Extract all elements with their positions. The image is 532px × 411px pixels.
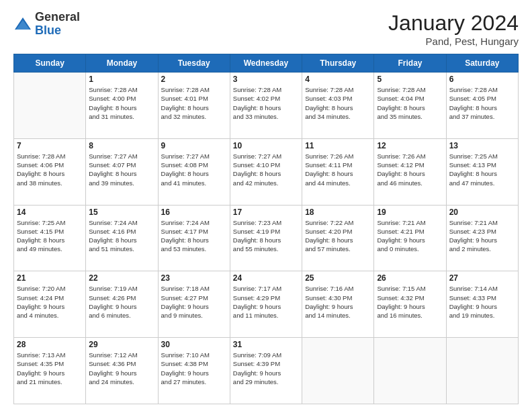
day-info: Sunrise: 7:28 AMSunset: 4:02 PMDaylight:… [233,85,299,121]
calendar-week-4: 21Sunrise: 7:20 AMSunset: 4:24 PMDayligh… [14,271,519,338]
day-number: 20 [449,208,515,217]
day-info: Sunrise: 7:27 AMSunset: 4:07 PMDaylight:… [89,152,154,187]
day-number: 14 [17,208,83,217]
day-info: Sunrise: 7:28 AMSunset: 4:00 PMDaylight:… [89,85,154,121]
logo-blue-text: Blue [35,24,80,38]
calendar-cell: 30Sunrise: 7:10 AMSunset: 4:38 PMDayligh… [158,338,230,404]
calendar-cell: 4Sunrise: 7:28 AMSunset: 4:03 PMDaylight… [302,73,374,139]
day-number: 23 [161,273,227,283]
day-number: 17 [233,208,299,217]
day-number: 10 [233,141,299,150]
calendar-table: SundayMondayTuesdayWednesdayThursdayFrid… [13,54,519,404]
day-number: 12 [377,141,443,150]
calendar-cell: 22Sunrise: 7:19 AMSunset: 4:26 PMDayligh… [86,271,158,338]
calendar-week-2: 7Sunrise: 7:28 AMSunset: 4:06 PMDaylight… [14,138,519,205]
calendar-cell: 2Sunrise: 7:28 AMSunset: 4:01 PMDaylight… [158,73,230,139]
calendar-cell: 12Sunrise: 7:26 AMSunset: 4:12 PMDayligh… [374,138,446,205]
day-number: 5 [377,75,443,84]
day-number: 27 [449,273,515,283]
day-info: Sunrise: 7:13 AMSunset: 4:35 PMDaylight:… [17,351,83,386]
day-header-friday: Friday [374,54,446,73]
calendar-cell: 5Sunrise: 7:28 AMSunset: 4:04 PMDaylight… [374,73,446,139]
calendar-cell: 16Sunrise: 7:24 AMSunset: 4:17 PMDayligh… [158,205,230,271]
day-info: Sunrise: 7:28 AMSunset: 4:04 PMDaylight:… [377,85,443,121]
day-number: 15 [89,208,154,217]
calendar-cell: 23Sunrise: 7:18 AMSunset: 4:27 PMDayligh… [158,271,230,338]
day-info: Sunrise: 7:25 AMSunset: 4:15 PMDaylight:… [17,218,83,254]
calendar-cell: 13Sunrise: 7:25 AMSunset: 4:13 PMDayligh… [446,138,518,205]
calendar-cell: 7Sunrise: 7:28 AMSunset: 4:06 PMDaylight… [14,138,86,205]
calendar-cell: 3Sunrise: 7:28 AMSunset: 4:02 PMDaylight… [230,73,302,139]
calendar-cell: 6Sunrise: 7:28 AMSunset: 4:05 PMDaylight… [446,73,518,139]
calendar-cell [374,338,446,404]
day-number: 9 [161,141,227,150]
day-number: 6 [449,75,515,84]
calendar-cell: 26Sunrise: 7:15 AMSunset: 4:32 PMDayligh… [374,271,446,338]
calendar-week-3: 14Sunrise: 7:25 AMSunset: 4:15 PMDayligh… [14,205,519,271]
calendar-cell: 27Sunrise: 7:14 AMSunset: 4:33 PMDayligh… [446,271,518,338]
day-number: 30 [161,340,227,349]
calendar-cell [446,338,518,404]
calendar-cell [14,73,86,139]
calendar-title: January 2024 [388,11,519,36]
day-info: Sunrise: 7:17 AMSunset: 4:29 PMDaylight:… [233,284,299,320]
day-info: Sunrise: 7:26 AMSunset: 4:11 PMDaylight:… [305,152,371,187]
day-info: Sunrise: 7:28 AMSunset: 4:03 PMDaylight:… [305,85,371,121]
calendar-cell: 9Sunrise: 7:27 AMSunset: 4:08 PMDaylight… [158,138,230,205]
day-number: 7 [17,141,83,150]
day-info: Sunrise: 7:27 AMSunset: 4:08 PMDaylight:… [161,152,227,187]
calendar-cell [302,338,374,404]
day-number: 11 [305,141,371,150]
day-number: 31 [233,340,299,349]
day-number: 29 [89,340,154,349]
day-number: 28 [17,340,83,349]
calendar-cell: 14Sunrise: 7:25 AMSunset: 4:15 PMDayligh… [14,205,86,271]
day-number: 3 [233,75,299,84]
day-info: Sunrise: 7:09 AMSunset: 4:39 PMDaylight:… [233,351,299,386]
day-info: Sunrise: 7:28 AMSunset: 4:05 PMDaylight:… [449,85,515,121]
calendar-cell: 17Sunrise: 7:23 AMSunset: 4:19 PMDayligh… [230,205,302,271]
calendar-cell: 1Sunrise: 7:28 AMSunset: 4:00 PMDaylight… [86,73,158,139]
day-number: 18 [305,208,371,217]
day-number: 24 [233,273,299,283]
day-number: 25 [305,273,371,283]
day-header-wednesday: Wednesday [230,54,302,73]
day-info: Sunrise: 7:16 AMSunset: 4:30 PMDaylight:… [305,284,371,320]
calendar-cell: 24Sunrise: 7:17 AMSunset: 4:29 PMDayligh… [230,271,302,338]
day-number: 13 [449,141,515,150]
day-info: Sunrise: 7:15 AMSunset: 4:32 PMDaylight:… [377,284,443,320]
day-info: Sunrise: 7:14 AMSunset: 4:33 PMDaylight:… [449,284,515,320]
day-header-saturday: Saturday [446,54,518,73]
calendar-cell: 11Sunrise: 7:26 AMSunset: 4:11 PMDayligh… [302,138,374,205]
calendar-header-row: SundayMondayTuesdayWednesdayThursdayFrid… [14,54,519,73]
title-block: January 2024 Pand, Pest, Hungary [388,11,519,47]
calendar-cell: 21Sunrise: 7:20 AMSunset: 4:24 PMDayligh… [14,271,86,338]
day-header-tuesday: Tuesday [158,54,230,73]
day-info: Sunrise: 7:28 AMSunset: 4:06 PMDaylight:… [17,152,83,187]
day-number: 16 [161,208,227,217]
day-info: Sunrise: 7:25 AMSunset: 4:13 PMDaylight:… [449,152,515,187]
day-info: Sunrise: 7:19 AMSunset: 4:26 PMDaylight:… [89,284,154,320]
day-number: 2 [161,75,227,84]
day-header-thursday: Thursday [302,54,374,73]
day-info: Sunrise: 7:24 AMSunset: 4:16 PMDaylight:… [89,218,154,254]
calendar-location: Pand, Pest, Hungary [388,36,519,47]
day-info: Sunrise: 7:27 AMSunset: 4:10 PMDaylight:… [233,152,299,187]
logo-general-text: General [35,11,80,24]
day-info: Sunrise: 7:22 AMSunset: 4:20 PMDaylight:… [305,218,371,254]
calendar-cell: 19Sunrise: 7:21 AMSunset: 4:21 PMDayligh… [374,205,446,271]
calendar-cell: 20Sunrise: 7:21 AMSunset: 4:23 PMDayligh… [446,205,518,271]
logo-icon [13,15,32,34]
day-info: Sunrise: 7:26 AMSunset: 4:12 PMDaylight:… [377,152,443,187]
calendar-cell: 8Sunrise: 7:27 AMSunset: 4:07 PMDaylight… [86,138,158,205]
day-info: Sunrise: 7:21 AMSunset: 4:21 PMDaylight:… [377,218,443,254]
day-info: Sunrise: 7:18 AMSunset: 4:27 PMDaylight:… [161,284,227,320]
day-info: Sunrise: 7:24 AMSunset: 4:17 PMDaylight:… [161,218,227,254]
day-number: 19 [377,208,443,217]
day-info: Sunrise: 7:28 AMSunset: 4:01 PMDaylight:… [161,85,227,121]
calendar-cell: 28Sunrise: 7:13 AMSunset: 4:35 PMDayligh… [14,338,86,404]
page: General Blue January 2024 Pand, Pest, Hu… [0,0,532,411]
calendar-week-1: 1Sunrise: 7:28 AMSunset: 4:00 PMDaylight… [14,73,519,139]
logo-text: General Blue [35,11,80,38]
calendar-week-5: 28Sunrise: 7:13 AMSunset: 4:35 PMDayligh… [14,338,519,404]
